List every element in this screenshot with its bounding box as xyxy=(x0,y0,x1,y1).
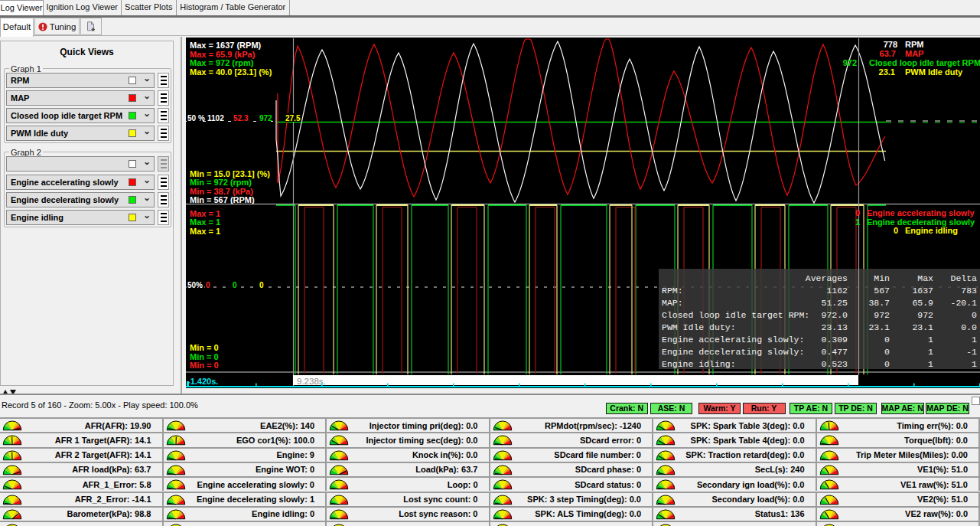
svg-text:1: 1 xyxy=(855,217,860,227)
svg-text:567: 567 xyxy=(874,286,890,296)
svg-text:Delta: Delta xyxy=(950,273,977,283)
svg-text:1102: 1102 xyxy=(207,114,224,123)
svg-text:972: 972 xyxy=(874,310,890,320)
svg-text:27.5: 27.5 xyxy=(285,114,301,123)
svg-text:0: 0 xyxy=(233,281,237,289)
svg-text:1: 1 xyxy=(972,359,977,369)
svg-text:0.0: 0.0 xyxy=(961,322,977,332)
svg-text:MAP: MAP xyxy=(905,49,923,58)
svg-text:23.13: 23.13 xyxy=(821,322,848,332)
svg-text:0: 0 xyxy=(855,208,860,217)
svg-text:Max = 1: Max = 1 xyxy=(190,227,220,236)
svg-text:50 %: 50 % xyxy=(187,114,205,123)
svg-text:65.9: 65.9 xyxy=(912,298,933,308)
svg-text:Min = 38.7 (kPa): Min = 38.7 (kPa) xyxy=(190,187,253,196)
svg-text:Max = 972 (rpm): Max = 972 (rpm) xyxy=(190,58,254,67)
svg-text:Max: Max xyxy=(917,273,933,283)
svg-text:1: 1 xyxy=(928,335,933,345)
svg-text:Engine accelerating slowly: Engine accelerating slowly xyxy=(867,208,975,217)
svg-text:Min = 972 (rpm): Min = 972 (rpm) xyxy=(190,178,252,187)
svg-text:RPM:: RPM: xyxy=(662,286,683,296)
svg-text:-1: -1 xyxy=(966,347,977,357)
svg-text:Min = 0: Min = 0 xyxy=(190,352,219,361)
svg-text:23.1: 23.1 xyxy=(868,322,890,332)
svg-text:MAP:: MAP: xyxy=(662,298,683,308)
svg-text:PWM Idle duty:: PWM Idle duty: xyxy=(662,322,736,332)
svg-text:0: 0 xyxy=(206,281,210,289)
svg-text:0: 0 xyxy=(259,281,264,289)
svg-text:0: 0 xyxy=(884,347,890,357)
svg-text:0.477: 0.477 xyxy=(821,347,848,357)
svg-text:Max = 65.9 (kPa): Max = 65.9 (kPa) xyxy=(190,50,256,59)
svg-text:0: 0 xyxy=(894,226,898,235)
svg-text:0: 0 xyxy=(884,359,890,369)
svg-text:Engine accelerating slowly:: Engine accelerating slowly: xyxy=(662,335,804,345)
svg-text:Min: Min xyxy=(874,273,890,283)
svg-text:Min = 0: Min = 0 xyxy=(190,361,219,370)
svg-text:1: 1 xyxy=(972,335,977,345)
svg-text:Engine decelerating slowly:: Engine decelerating slowly: xyxy=(662,347,804,357)
svg-text:Closed loop idle target RPM:: Closed loop idle target RPM: xyxy=(662,310,809,320)
svg-text:1162: 1162 xyxy=(826,286,848,296)
svg-text:Min = 15.0 [23.1] (%): Min = 15.0 [23.1] (%) xyxy=(190,169,270,178)
svg-text:-20.1: -20.1 xyxy=(950,298,977,308)
svg-text:972: 972 xyxy=(843,58,857,67)
svg-text:23.1: 23.1 xyxy=(912,322,933,332)
svg-text:Averages: Averages xyxy=(806,273,848,283)
svg-text:50%: 50% xyxy=(187,281,203,289)
svg-text:RPM: RPM xyxy=(905,40,923,49)
svg-text:Max = 1: Max = 1 xyxy=(190,217,220,227)
svg-text:972: 972 xyxy=(259,114,272,123)
svg-text:Closed loop idle target RPM: Closed loop idle target RPM xyxy=(869,58,980,67)
svg-text:Min = 567 (RPM): Min = 567 (RPM) xyxy=(190,195,255,204)
svg-text:Engine idling: Engine idling xyxy=(905,226,958,235)
svg-text:Min = 0: Min = 0 xyxy=(190,343,219,352)
svg-text:51.25: 51.25 xyxy=(821,298,848,308)
svg-text:Max = 1: Max = 1 xyxy=(190,209,220,218)
svg-text:778: 778 xyxy=(884,40,897,49)
svg-text:Max = 1637 (RPM): Max = 1637 (RPM) xyxy=(190,41,262,50)
svg-text:0: 0 xyxy=(972,310,977,320)
svg-text:63.7: 63.7 xyxy=(880,49,896,58)
svg-text:Engine decelerating slowly: Engine decelerating slowly xyxy=(867,217,975,227)
svg-text:1: 1 xyxy=(928,347,933,357)
svg-text:0: 0 xyxy=(884,335,890,345)
svg-text:38.7: 38.7 xyxy=(868,298,890,308)
svg-text:-1.420s.: -1.420s. xyxy=(187,377,218,386)
svg-text:52.3: 52.3 xyxy=(233,114,249,123)
svg-text:1637: 1637 xyxy=(912,286,933,296)
svg-text:1: 1 xyxy=(928,359,933,369)
svg-text:972.0: 972.0 xyxy=(821,310,848,320)
svg-text:0.523: 0.523 xyxy=(821,359,848,369)
svg-text:Max = 40.0 [23.1] (%): Max = 40.0 [23.1] (%) xyxy=(190,67,272,77)
svg-text:0.309: 0.309 xyxy=(821,335,848,345)
svg-text:972: 972 xyxy=(917,310,933,320)
svg-text:Engine idling:: Engine idling: xyxy=(662,359,736,369)
svg-text:23.1: 23.1 xyxy=(879,67,895,77)
svg-text:PWM Idle duty: PWM Idle duty xyxy=(905,67,963,77)
svg-text:783: 783 xyxy=(961,286,977,296)
